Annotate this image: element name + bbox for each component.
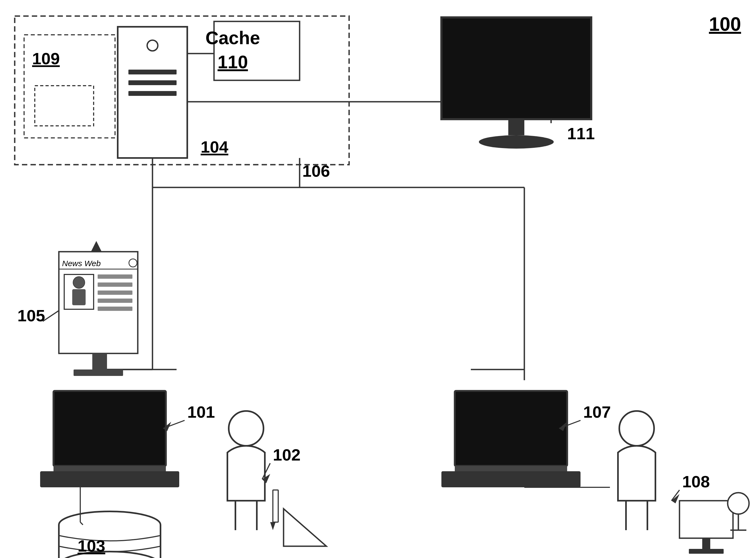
server-line-3: [128, 91, 177, 96]
news-line-1: [98, 275, 132, 279]
news-web-text: News Web: [62, 259, 101, 268]
label-100: 100: [709, 14, 741, 35]
label-106: 106: [302, 162, 330, 180]
person-108-head: [619, 411, 654, 446]
laptop-107-hinge: [455, 466, 567, 471]
box-109-inner: [35, 86, 93, 126]
news-line-5: [98, 307, 132, 311]
server-line-1: [128, 70, 177, 74]
monitor-screen: [441, 18, 591, 119]
news-line-2: [98, 282, 132, 287]
news-person-head: [73, 277, 85, 288]
monitor-base: [479, 135, 554, 149]
news-line-3: [98, 290, 132, 295]
monitor-neck: [508, 119, 524, 135]
laptop-101-hinge: [54, 466, 166, 471]
cache-text-label: Cache: [206, 28, 260, 48]
server-line-2: [128, 80, 177, 85]
tools-triangle: [284, 509, 326, 546]
news-person-body: [72, 289, 86, 305]
person-102-body: [227, 446, 265, 501]
diagram-container: 100 109 Cache 110 104 106 111 105 News W…: [0, 0, 756, 558]
label-109: 109: [32, 49, 60, 68]
label-107: 107: [583, 403, 611, 421]
diagram-svg: 100 109 Cache 110 104 106 111 105 News W…: [0, 0, 756, 558]
news-line-4: [98, 299, 132, 303]
label-102: 102: [273, 446, 300, 464]
laptop-107-base: [441, 471, 580, 487]
label-103: 103: [78, 537, 105, 555]
label-101: 101: [187, 403, 215, 421]
label-111: 111: [567, 124, 595, 143]
laptop-107-screen: [455, 391, 567, 466]
label-105-arrow: [43, 311, 59, 321]
news-web-circle: [129, 259, 137, 267]
cache-num-label: 110: [217, 52, 248, 72]
server-indicator: [147, 40, 158, 51]
label-108: 108: [682, 472, 710, 491]
label-105: 105: [18, 306, 45, 325]
laptop-101-screen: [54, 391, 166, 466]
news-stand: [92, 353, 107, 370]
small-computer-base: [689, 549, 724, 554]
news-stand-base: [74, 370, 123, 376]
label-104: 104: [200, 137, 228, 156]
tools-pencil-tip: [270, 522, 275, 530]
person-102-head: [229, 411, 264, 446]
tools-pencil-body: [273, 490, 278, 522]
small-computer-screen: [679, 501, 733, 538]
small-computer-neck: [702, 538, 710, 549]
lamp-globe: [728, 493, 749, 514]
person-108-body: [618, 446, 655, 501]
laptop-101-base: [40, 471, 179, 487]
